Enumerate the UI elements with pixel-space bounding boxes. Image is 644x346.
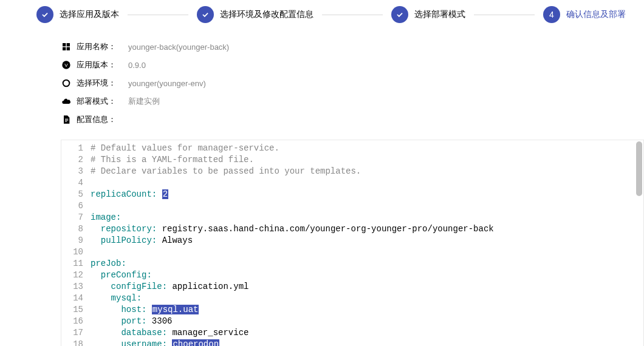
step-connector	[474, 15, 535, 15]
svg-rect-8	[65, 120, 68, 121]
step-label: 选择部署模式	[414, 9, 465, 20]
svg-rect-1	[67, 43, 70, 46]
donut-icon	[61, 78, 72, 89]
info-label: 应用版本：	[77, 59, 128, 70]
step-3[interactable]: 选择部署模式	[391, 6, 465, 23]
info-row-config: 配置信息：	[61, 114, 644, 125]
info-label: 应用名称：	[77, 41, 128, 52]
version-icon: V	[61, 59, 72, 70]
info-value: 新建实例	[128, 96, 160, 107]
svg-rect-3	[67, 47, 70, 50]
config-editor[interactable]: 123456789101112131415161718 # Default va…	[61, 140, 644, 346]
svg-point-6	[63, 80, 70, 87]
step-label: 选择应用及版本	[60, 9, 119, 20]
step-2[interactable]: 选择环境及修改配置信息	[197, 6, 313, 23]
description-icon	[61, 114, 72, 125]
line-gutter: 123456789101112131415161718	[61, 140, 88, 346]
scrollbar-thumb[interactable]	[636, 141, 642, 196]
step-connector	[128, 15, 188, 15]
widgets-icon	[61, 41, 72, 52]
code-content[interactable]: # Default values for manager-service.# T…	[88, 140, 643, 346]
info-label: 部署模式：	[77, 96, 128, 107]
info-value: younger-back(younger-back)	[128, 42, 229, 52]
check-icon	[197, 6, 214, 23]
info-label: 配置信息：	[77, 114, 128, 125]
svg-text:V: V	[64, 63, 68, 68]
step-1[interactable]: 选择应用及版本	[36, 6, 119, 23]
check-icon	[391, 6, 408, 23]
svg-rect-9	[65, 121, 67, 122]
cloud-icon	[61, 96, 72, 107]
step-number-badge: 4	[543, 6, 560, 23]
svg-rect-7	[65, 119, 68, 120]
info-row-app-version: V 应用版本： 0.9.0	[61, 59, 644, 70]
info-value: 0.9.0	[128, 61, 146, 70]
svg-rect-2	[63, 47, 66, 50]
step-connector	[322, 15, 383, 15]
step-4[interactable]: 4 确认信息及部署	[543, 6, 626, 23]
info-row-app-name: 应用名称： younger-back(younger-back)	[61, 41, 644, 52]
step-label: 选择环境及修改配置信息	[220, 9, 313, 20]
stepper: 选择应用及版本 选择环境及修改配置信息 选择部署模式 4 确认信息及部署	[6, 0, 644, 29]
info-row-deploy-mode: 部署模式： 新建实例	[61, 96, 644, 107]
deploy-summary: 应用名称： younger-back(younger-back) V 应用版本：…	[6, 29, 644, 140]
step-label: 确认信息及部署	[566, 9, 626, 20]
svg-rect-0	[63, 43, 66, 46]
info-label: 选择环境：	[77, 78, 128, 89]
info-value: younger(younger-env)	[128, 79, 206, 88]
info-row-env: 选择环境： younger(younger-env)	[61, 78, 644, 89]
check-icon	[36, 6, 53, 23]
